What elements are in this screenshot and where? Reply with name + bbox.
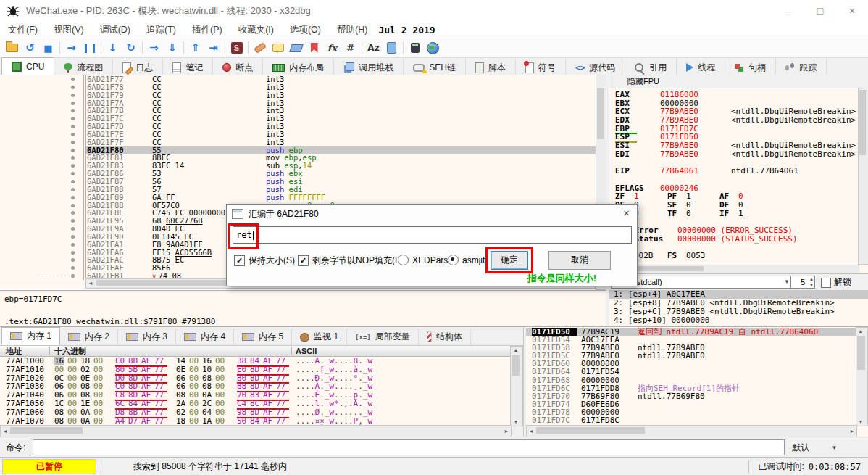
- argument-count-spinner[interactable]: 5 ▲▼: [790, 276, 815, 289]
- stack-row[interactable]: 0171FD6800000000: [526, 376, 857, 384]
- run-button[interactable]: →: [62, 39, 80, 57]
- tab-cpu[interactable]: CPU: [1, 57, 54, 76]
- memory-row[interactable]: 77AF106008000A00D88BAF7702000400988DAF77…: [0, 408, 512, 417]
- fill-nop-checkbox[interactable]: 剩余字节以NOP填充(F): [298, 255, 403, 267]
- asmjit-radio[interactable]: asmjit: [448, 255, 485, 265]
- run-trace-button[interactable]: ⇒: [145, 39, 163, 57]
- step-out-button[interactable]: ⇑: [186, 39, 204, 57]
- shortcuts-button[interactable]: #: [341, 39, 359, 57]
- execute-till-return-button[interactable]: ⇓: [163, 39, 181, 57]
- register-row[interactable]: OF0SF0DF0: [615, 201, 856, 210]
- labels-button[interactable]: [287, 39, 305, 57]
- menu-item[interactable]: 帮助(H): [329, 24, 375, 36]
- menu-item[interactable]: 追踪(T): [138, 24, 184, 36]
- memory-vscrollbar[interactable]: ▲ ▼: [510, 346, 523, 426]
- tab-watch-1[interactable]: 监视 1: [292, 329, 347, 345]
- step-into-button[interactable]: ↓: [104, 39, 122, 57]
- tab-references[interactable]: 引用: [625, 59, 677, 76]
- tab-memory-map[interactable]: 内存布局: [263, 59, 334, 76]
- register-row[interactable]: EDX77B9ABE0<ntdll.DbgUiRemoteBreakin>: [615, 116, 856, 125]
- hide-fpu-button[interactable]: 隐藏FPU: [609, 75, 868, 88]
- stack-row[interactable]: 0171FD7C0171FD8C: [526, 416, 857, 424]
- keep-size-checkbox[interactable]: 保持大小(S): [234, 255, 295, 267]
- stack-row[interactable]: 0171FD7077B69F80ntdll.77B69F80: [526, 392, 857, 400]
- patches-button[interactable]: [251, 39, 269, 57]
- register-row[interactable]: GS002BFS0053: [615, 252, 856, 260]
- argument-row[interactable]: 4: [esp+10] 00000000: [609, 316, 868, 325]
- tab-dump-4[interactable]: 内存 4: [176, 329, 234, 345]
- stack-row[interactable]: 0171FD7800000000: [526, 408, 857, 416]
- stack-row[interactable]: 0171FD6000000000: [526, 360, 857, 368]
- tab-locals[interactable]: [x=]局部变量: [347, 329, 419, 345]
- register-row[interactable]: LastError00000000 (ERROR_SUCCESS): [615, 226, 856, 235]
- register-row[interactable]: EIP77B64061ntdll.77B64061: [615, 167, 856, 175]
- register-row[interactable]: CF0TF0IF1: [615, 210, 856, 218]
- menu-item[interactable]: 选项(O): [282, 24, 329, 36]
- register-row[interactable]: EAX01186000: [615, 91, 856, 99]
- tab-graph[interactable]: 流程图: [54, 59, 113, 76]
- tab-symbols[interactable]: 符号: [516, 59, 566, 76]
- xedparse-radio[interactable]: XEDParse: [398, 255, 453, 265]
- stop-button[interactable]: ■: [39, 39, 57, 57]
- dialog-close-icon[interactable]: ×: [623, 207, 630, 219]
- tab-notes[interactable]: 笔记: [163, 59, 213, 76]
- tab-log[interactable]: 日志: [113, 59, 163, 76]
- tab-seh[interactable]: SEH链: [404, 59, 466, 76]
- menu-item[interactable]: 收藏夹(I): [230, 24, 282, 36]
- stack-vscrollbar[interactable]: ▲ ▼: [856, 327, 868, 426]
- open-file-button[interactable]: [3, 39, 21, 57]
- internet-button[interactable]: [424, 39, 442, 57]
- memory-row[interactable]: 77AF101000000200805BAF770E001000E08DAF77…: [0, 365, 512, 374]
- register-row[interactable]: EDI77B9ABE0<ntdll.DbgUiRemoteBreakin>: [615, 150, 856, 159]
- tab-dump-2[interactable]: 内存 2: [60, 329, 118, 345]
- pause-button[interactable]: [80, 39, 99, 57]
- stack-row[interactable]: 0171FD74D60FE6D6: [526, 400, 857, 408]
- comments-button[interactable]: [269, 39, 287, 57]
- strings-button[interactable]: S: [228, 39, 246, 57]
- disassembly-row[interactable]: 6AD21F79CCint3: [0, 91, 596, 99]
- register-name: EAX: [615, 91, 660, 99]
- unlock-checkbox[interactable]: 解锁: [821, 276, 851, 289]
- restart-button[interactable]: ↺: [21, 39, 39, 57]
- minimize-button[interactable]: –: [772, 0, 804, 22]
- tab-call-stack[interactable]: 调用堆栈: [334, 59, 404, 76]
- calculator-button[interactable]: [406, 39, 424, 57]
- functions-button[interactable]: fx: [323, 39, 341, 57]
- tab-threads[interactable]: 线程: [677, 59, 725, 76]
- tab-struct[interactable]: 结构体: [419, 329, 471, 345]
- stack-row[interactable]: 0171FD5C77B9ABE0ntdll.77B9ABE0: [526, 352, 857, 360]
- tab-breakpoints[interactable]: 断点: [213, 59, 263, 76]
- register-row[interactable]: LastStatus00000000 (STATUS_SUCCESS): [615, 235, 856, 244]
- tab-handles[interactable]: 句柄: [725, 59, 776, 76]
- memory-hscrollbar[interactable]: ◄ ►: [0, 425, 512, 437]
- close-button[interactable]: ×: [836, 0, 868, 22]
- tab-dump-3[interactable]: 内存 3: [118, 329, 176, 345]
- maximize-button[interactable]: □: [804, 0, 836, 22]
- bookmarks-button[interactable]: [305, 39, 323, 57]
- sms-button[interactable]: [383, 39, 401, 57]
- tab-script[interactable]: 脚本: [466, 59, 516, 76]
- tab-source[interactable]: <>源代码: [566, 59, 625, 76]
- memory-row[interactable]: 77AF10501C001E006C84AF772A002C00C48CAF77…: [0, 400, 512, 408]
- registers-hscrollbar[interactable]: [609, 265, 859, 273]
- case-button[interactable]: Az: [364, 39, 383, 57]
- cancel-button[interactable]: 取消: [548, 251, 611, 270]
- command-input[interactable]: [33, 439, 785, 455]
- menu-item[interactable]: 视图(V): [46, 24, 92, 36]
- stack-hscrollbar[interactable]: ◄ ►: [526, 425, 857, 437]
- stack-row[interactable]: 0171FD640171FD54: [526, 368, 857, 376]
- tab-dump-5[interactable]: 内存 5: [234, 329, 292, 345]
- command-profile-select[interactable]: 默认 ▼: [790, 442, 838, 454]
- run-to-user-code-button[interactable]: ⇥: [204, 39, 222, 57]
- step-over-button[interactable]: ↻: [122, 39, 140, 57]
- tab-trace[interactable]: 跟踪: [776, 59, 827, 76]
- calling-convention-select[interactable]: 默认 (stdcall) ▼: [611, 276, 792, 289]
- registers-vscrollbar[interactable]: [858, 88, 868, 265]
- tab-dump-1[interactable]: 内存 1: [1, 327, 60, 345]
- menu-item[interactable]: 调试(D): [92, 24, 138, 36]
- stack-row[interactable]: 0171FD5077B9AC19返回到 ntdll.77B9AC19 自 ntd…: [526, 328, 857, 336]
- menu-item[interactable]: 文件(F): [0, 24, 46, 36]
- assemble-instruction-input[interactable]: ret: [233, 226, 632, 244]
- menu-item[interactable]: 插件(P): [184, 24, 230, 36]
- register-row[interactable]: EBP0171FD7C: [615, 125, 856, 133]
